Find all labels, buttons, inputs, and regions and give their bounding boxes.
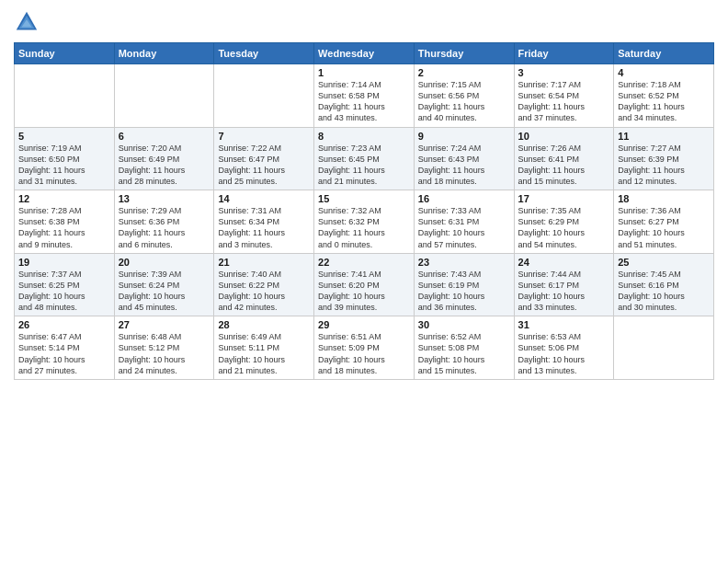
day-number: 7 — [218, 131, 310, 142]
day-cell: 29Sunrise: 6:51 AM Sunset: 5:09 PM Dayli… — [314, 316, 415, 380]
day-cell: 2Sunrise: 7:15 AM Sunset: 6:56 PM Daylig… — [414, 64, 514, 128]
day-number: 5 — [18, 131, 110, 142]
day-number: 23 — [418, 257, 510, 268]
day-number: 24 — [518, 257, 610, 268]
day-cell — [114, 64, 214, 128]
day-cell: 3Sunrise: 7:17 AM Sunset: 6:54 PM Daylig… — [514, 64, 614, 128]
day-info: Sunrise: 7:43 AM Sunset: 6:19 PM Dayligh… — [418, 269, 510, 314]
day-number: 28 — [218, 319, 310, 330]
week-row-5: 26Sunrise: 6:47 AM Sunset: 5:14 PM Dayli… — [15, 316, 714, 380]
logo-icon — [14, 9, 40, 35]
day-cell: 9Sunrise: 7:24 AM Sunset: 6:43 PM Daylig… — [414, 127, 514, 190]
day-number: 16 — [418, 193, 510, 204]
day-info: Sunrise: 7:24 AM Sunset: 6:43 PM Dayligh… — [418, 143, 510, 188]
day-info: Sunrise: 7:31 AM Sunset: 6:34 PM Dayligh… — [218, 205, 310, 250]
day-info: Sunrise: 7:19 AM Sunset: 6:50 PM Dayligh… — [18, 143, 110, 188]
week-row-3: 12Sunrise: 7:28 AM Sunset: 6:38 PM Dayli… — [15, 190, 714, 254]
day-cell: 8Sunrise: 7:23 AM Sunset: 6:45 PM Daylig… — [314, 127, 415, 190]
day-cell: 22Sunrise: 7:41 AM Sunset: 6:20 PM Dayli… — [314, 253, 415, 316]
day-number: 4 — [618, 67, 710, 78]
day-cell: 20Sunrise: 7:39 AM Sunset: 6:24 PM Dayli… — [114, 253, 214, 316]
day-info: Sunrise: 7:29 AM Sunset: 6:36 PM Dayligh… — [119, 205, 210, 250]
day-cell — [614, 316, 714, 380]
header — [14, 9, 714, 35]
day-info: Sunrise: 7:45 AM Sunset: 6:16 PM Dayligh… — [618, 269, 710, 314]
day-cell — [214, 64, 314, 128]
day-info: Sunrise: 7:17 AM Sunset: 6:54 PM Dayligh… — [518, 79, 610, 124]
week-row-1: 1Sunrise: 7:14 AM Sunset: 6:58 PM Daylig… — [15, 64, 714, 128]
day-info: Sunrise: 7:27 AM Sunset: 6:39 PM Dayligh… — [618, 143, 710, 188]
day-cell: 5Sunrise: 7:19 AM Sunset: 6:50 PM Daylig… — [15, 127, 115, 190]
day-info: Sunrise: 7:18 AM Sunset: 6:52 PM Dayligh… — [618, 79, 710, 124]
day-number: 21 — [218, 257, 310, 268]
day-info: Sunrise: 6:48 AM Sunset: 5:12 PM Dayligh… — [119, 331, 210, 376]
day-cell: 13Sunrise: 7:29 AM Sunset: 6:36 PM Dayli… — [114, 190, 214, 254]
day-cell: 21Sunrise: 7:40 AM Sunset: 6:22 PM Dayli… — [214, 253, 314, 316]
day-number: 26 — [18, 319, 110, 330]
day-cell: 18Sunrise: 7:36 AM Sunset: 6:27 PM Dayli… — [614, 190, 714, 254]
weekday-header-tuesday: Tuesday — [214, 43, 314, 64]
weekday-header-sunday: Sunday — [15, 43, 115, 64]
day-info: Sunrise: 7:41 AM Sunset: 6:20 PM Dayligh… — [318, 269, 410, 314]
day-number: 25 — [618, 257, 710, 268]
day-info: Sunrise: 6:52 AM Sunset: 5:08 PM Dayligh… — [418, 331, 510, 376]
day-number: 11 — [618, 131, 710, 142]
logo — [14, 9, 43, 35]
day-cell: 19Sunrise: 7:37 AM Sunset: 6:25 PM Dayli… — [15, 253, 115, 316]
weekday-header-row: SundayMondayTuesdayWednesdayThursdayFrid… — [15, 43, 714, 64]
day-info: Sunrise: 7:44 AM Sunset: 6:17 PM Dayligh… — [518, 269, 610, 314]
day-number: 19 — [18, 257, 110, 268]
weekday-header-friday: Friday — [514, 43, 614, 64]
day-cell: 25Sunrise: 7:45 AM Sunset: 6:16 PM Dayli… — [614, 253, 714, 316]
week-row-2: 5Sunrise: 7:19 AM Sunset: 6:50 PM Daylig… — [15, 127, 714, 190]
page: SundayMondayTuesdayWednesdayThursdayFrid… — [0, 0, 728, 563]
day-cell: 4Sunrise: 7:18 AM Sunset: 6:52 PM Daylig… — [614, 64, 714, 128]
day-info: Sunrise: 7:33 AM Sunset: 6:31 PM Dayligh… — [418, 205, 510, 250]
day-cell: 24Sunrise: 7:44 AM Sunset: 6:17 PM Dayli… — [514, 253, 614, 316]
day-cell: 31Sunrise: 6:53 AM Sunset: 5:06 PM Dayli… — [514, 316, 614, 380]
weekday-header-saturday: Saturday — [614, 43, 714, 64]
weekday-header-thursday: Thursday — [414, 43, 514, 64]
day-cell: 23Sunrise: 7:43 AM Sunset: 6:19 PM Dayli… — [414, 253, 514, 316]
weekday-header-wednesday: Wednesday — [314, 43, 415, 64]
day-info: Sunrise: 6:47 AM Sunset: 5:14 PM Dayligh… — [18, 331, 110, 376]
day-cell: 1Sunrise: 7:14 AM Sunset: 6:58 PM Daylig… — [314, 64, 415, 128]
day-number: 2 — [418, 67, 510, 78]
day-number: 30 — [418, 319, 510, 330]
day-cell: 26Sunrise: 6:47 AM Sunset: 5:14 PM Dayli… — [15, 316, 115, 380]
day-number: 6 — [119, 131, 210, 142]
day-number: 13 — [119, 193, 210, 204]
day-cell: 7Sunrise: 7:22 AM Sunset: 6:47 PM Daylig… — [214, 127, 314, 190]
day-number: 1 — [318, 67, 410, 78]
day-cell: 10Sunrise: 7:26 AM Sunset: 6:41 PM Dayli… — [514, 127, 614, 190]
day-cell: 6Sunrise: 7:20 AM Sunset: 6:49 PM Daylig… — [114, 127, 214, 190]
day-info: Sunrise: 7:20 AM Sunset: 6:49 PM Dayligh… — [119, 143, 210, 188]
day-number: 29 — [318, 319, 410, 330]
day-number: 22 — [318, 257, 410, 268]
day-number: 17 — [518, 193, 610, 204]
day-number: 15 — [318, 193, 410, 204]
day-info: Sunrise: 7:23 AM Sunset: 6:45 PM Dayligh… — [318, 143, 410, 188]
day-cell: 15Sunrise: 7:32 AM Sunset: 6:32 PM Dayli… — [314, 190, 415, 254]
day-cell: 11Sunrise: 7:27 AM Sunset: 6:39 PM Dayli… — [614, 127, 714, 190]
weekday-header-monday: Monday — [114, 43, 214, 64]
day-cell: 12Sunrise: 7:28 AM Sunset: 6:38 PM Dayli… — [15, 190, 115, 254]
day-number: 20 — [119, 257, 210, 268]
day-cell — [15, 64, 115, 128]
day-cell: 27Sunrise: 6:48 AM Sunset: 5:12 PM Dayli… — [114, 316, 214, 380]
day-info: Sunrise: 7:26 AM Sunset: 6:41 PM Dayligh… — [518, 143, 610, 188]
day-info: Sunrise: 7:36 AM Sunset: 6:27 PM Dayligh… — [618, 205, 710, 250]
day-info: Sunrise: 7:37 AM Sunset: 6:25 PM Dayligh… — [18, 269, 110, 314]
day-number: 10 — [518, 131, 610, 142]
calendar-table: SundayMondayTuesdayWednesdayThursdayFrid… — [14, 42, 714, 380]
day-info: Sunrise: 7:15 AM Sunset: 6:56 PM Dayligh… — [418, 79, 510, 124]
day-number: 9 — [418, 131, 510, 142]
day-cell: 16Sunrise: 7:33 AM Sunset: 6:31 PM Dayli… — [414, 190, 514, 254]
day-number: 31 — [518, 319, 610, 330]
day-info: Sunrise: 7:28 AM Sunset: 6:38 PM Dayligh… — [18, 205, 110, 250]
day-info: Sunrise: 7:35 AM Sunset: 6:29 PM Dayligh… — [518, 205, 610, 250]
day-info: Sunrise: 6:51 AM Sunset: 5:09 PM Dayligh… — [318, 331, 410, 376]
week-row-4: 19Sunrise: 7:37 AM Sunset: 6:25 PM Dayli… — [15, 253, 714, 316]
day-info: Sunrise: 7:39 AM Sunset: 6:24 PM Dayligh… — [119, 269, 210, 314]
day-cell: 14Sunrise: 7:31 AM Sunset: 6:34 PM Dayli… — [214, 190, 314, 254]
